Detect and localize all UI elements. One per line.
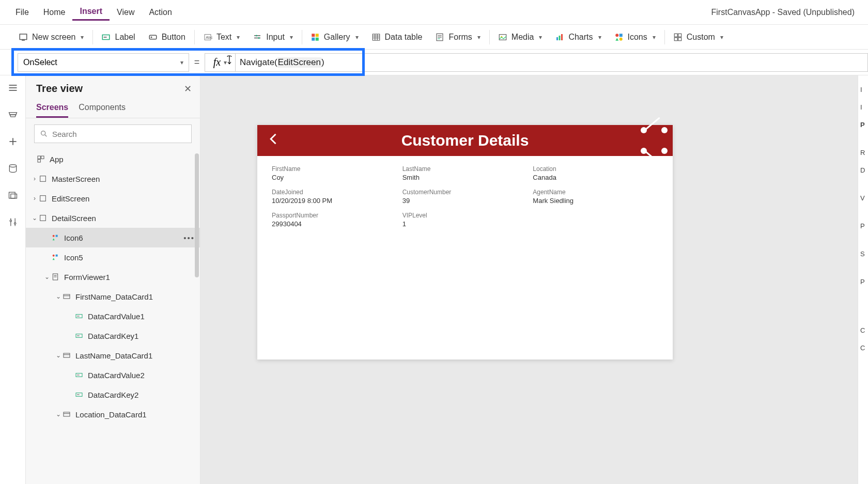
text-dropdown[interactable]: Abc Text▾: [197, 29, 246, 45]
forms-dropdown[interactable]: Forms▾: [429, 29, 487, 45]
tree-node-firstname-datacard[interactable]: ⌄ FirstName_DataCard1: [26, 287, 200, 306]
menu-view[interactable]: View: [110, 5, 142, 20]
tree-node-editscreen[interactable]: › EditScreen: [26, 189, 200, 208]
formula-bar: OnSelect ▾ = fx ▾ Navigate(EditScreen): [0, 50, 868, 75]
tree-node-datacardkey2[interactable]: DataCardKey2: [26, 385, 200, 404]
prop-row[interactable]: I: [860, 98, 866, 116]
field-datejoined: DateJoined 10/20/2019 8:00 PM: [272, 189, 397, 205]
prop-row[interactable]: C: [860, 339, 866, 356]
icons-icon: [614, 33, 624, 42]
svg-rect-67: [64, 294, 70, 299]
custom-dropdown[interactable]: Custom▾: [667, 29, 730, 45]
tree-node-masterscreen[interactable]: › MasterScreen: [26, 169, 200, 189]
screen-icon: [38, 174, 48, 183]
chevron-down-icon: ▾: [720, 34, 723, 41]
screen-preview[interactable]: Customer Details FirstName Coy LastName: [257, 125, 673, 360]
media-dropdown[interactable]: Media▾: [492, 29, 549, 45]
input-dropdown[interactable]: Input▾: [246, 29, 300, 45]
menu-action[interactable]: Action: [142, 5, 179, 20]
media-rail-icon[interactable]: [6, 188, 20, 202]
tree-node-formviewer[interactable]: ⌄ FormViewer1: [26, 267, 200, 287]
prop-row[interactable]: P: [860, 217, 866, 235]
back-icon[interactable]: [267, 131, 281, 150]
svg-rect-62: [56, 255, 58, 257]
tree-search[interactable]: [34, 124, 192, 143]
chevron-down-icon: ▾: [81, 34, 84, 41]
svg-rect-29: [561, 34, 563, 40]
tree-node-app[interactable]: App: [26, 149, 200, 169]
svg-rect-37: [678, 37, 681, 40]
tree-node-icon6[interactable]: Icon6 •••: [26, 228, 200, 247]
data-table-button[interactable]: Data table: [365, 29, 429, 45]
canvas-area[interactable]: Customer Details FirstName Coy LastName: [200, 75, 858, 484]
selection-handles[interactable]: [641, 127, 668, 154]
menu-insert[interactable]: Insert: [72, 4, 110, 21]
label-icon: [74, 370, 84, 380]
property-dropdown[interactable]: OnSelect ▾: [18, 53, 189, 72]
prop-row[interactable]: R: [860, 144, 866, 161]
screen-icon: [38, 213, 48, 223]
datacard-icon: [62, 351, 71, 360]
app-title: FirstCanvasApp - Saved (Unpublished): [711, 8, 860, 17]
svg-point-10: [256, 35, 257, 36]
tree-node-location-datacard[interactable]: ⌄ Location_DataCard1: [26, 404, 200, 424]
svg-rect-0: [20, 34, 27, 40]
svg-marker-63: [53, 258, 55, 260]
menu-home[interactable]: Home: [36, 5, 73, 20]
close-icon[interactable]: ✕: [184, 83, 192, 95]
new-screen-button[interactable]: New screen▾: [12, 29, 90, 45]
svg-rect-15: [316, 37, 319, 40]
svg-point-58: [53, 235, 55, 237]
tree-view-title: Tree view: [36, 83, 83, 95]
icon-control-icon: [51, 253, 60, 262]
tree-node-datacardvalue2[interactable]: DataCardValue2: [26, 365, 200, 385]
insert-icon[interactable]: [6, 134, 20, 149]
more-icon[interactable]: •••: [183, 233, 195, 242]
button-button[interactable]: Button: [142, 29, 192, 45]
tree-node-detailscreen[interactable]: ⌄ DetailScreen: [26, 208, 200, 228]
field-lastname: LastName Smith: [402, 165, 528, 181]
prop-row[interactable]: I: [860, 81, 866, 98]
tree-node-datacardkey1[interactable]: DataCardKey1: [26, 326, 200, 346]
tree-scrollbar[interactable]: [195, 153, 199, 277]
svg-rect-57: [40, 215, 46, 221]
formula-input[interactable]: Navigate(EditScreen): [236, 53, 868, 72]
datacard-icon: [62, 292, 71, 301]
properties-panel: I I P R D V P S P C C: [858, 75, 868, 484]
search-input[interactable]: [52, 130, 186, 138]
charts-dropdown[interactable]: Charts▾: [549, 29, 608, 45]
menu-file[interactable]: File: [8, 5, 36, 20]
tab-components[interactable]: Components: [79, 99, 126, 118]
label-button[interactable]: Label: [95, 29, 142, 45]
prop-row[interactable]: C: [860, 321, 866, 339]
svg-rect-45: [10, 194, 17, 198]
tree-node-icon5[interactable]: Icon5: [26, 247, 200, 267]
svg-rect-12: [312, 34, 315, 37]
prop-row[interactable]: P: [860, 116, 866, 133]
advanced-tools-icon[interactable]: [6, 215, 20, 229]
tree-view-icon[interactable]: [6, 107, 20, 122]
media-icon: [498, 33, 507, 42]
chevron-down-icon: ▾: [598, 34, 601, 41]
gallery-dropdown[interactable]: Gallery▾: [304, 29, 365, 45]
fx-button[interactable]: fx ▾: [205, 53, 236, 72]
prop-row[interactable]: S: [860, 245, 866, 262]
data-icon[interactable]: [6, 161, 20, 176]
tab-screens[interactable]: Screens: [36, 99, 68, 118]
field-firstname: FirstName Coy: [272, 165, 397, 181]
prop-row[interactable]: V: [860, 189, 866, 207]
field-customernumber: CustomerNumber 39: [402, 189, 528, 205]
hamburger-icon[interactable]: [6, 81, 20, 95]
svg-rect-59: [56, 235, 58, 237]
charts-icon: [555, 33, 564, 42]
table-icon: [371, 33, 381, 42]
svg-rect-27: [556, 37, 558, 40]
svg-rect-4: [149, 35, 157, 39]
tree-node-datacardvalue1[interactable]: DataCardValue1: [26, 306, 200, 326]
svg-rect-36: [674, 37, 677, 40]
icons-dropdown[interactable]: Icons▾: [608, 29, 662, 45]
chevron-down-icon: ⌄: [55, 293, 62, 300]
prop-row[interactable]: D: [860, 161, 866, 179]
tree-node-lastname-datacard[interactable]: ⌄ LastName_DataCard1: [26, 346, 200, 365]
prop-row[interactable]: P: [860, 273, 866, 290]
